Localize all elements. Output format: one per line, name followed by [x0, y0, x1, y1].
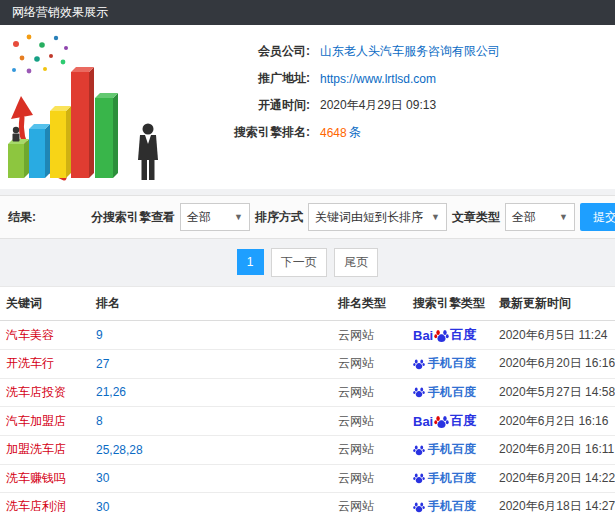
info-row-company: 会员公司: 山东老人头汽车服务咨询有限公司: [190, 38, 500, 65]
rank-cell[interactable]: 9: [90, 321, 332, 350]
results-table: 关键词 排名 排名类型 搜索引擎类型 最新更新时间 汽车美容 9 云网站 Bai…: [0, 286, 615, 520]
mobile-baidu-paw-icon: [413, 386, 425, 398]
baidu-logo: Bai百度: [413, 412, 476, 430]
page-1-button[interactable]: 1: [237, 249, 264, 275]
engine-cell: 手机百度: [407, 493, 493, 520]
table-row: 汽车美容 9 云网站 Bai百度 2020年6月5日 11:24: [0, 321, 615, 350]
engine-filter-label: 分搜索引擎查看: [91, 209, 175, 226]
rank-type-cell: 云网站: [332, 407, 407, 436]
update-time-cell: 2020年6月18日 14:27: [493, 493, 615, 520]
table-row: 开洗车行 27 云网站 手机百度 2020年6月20日 16:16: [0, 350, 615, 379]
mobile-baidu-paw-icon: [413, 472, 425, 484]
mobile-baidu-badge: 手机百度: [413, 470, 476, 487]
promotion-url-label: 推广地址:: [190, 70, 310, 87]
mobile-baidu-paw-icon: [413, 444, 425, 456]
chevron-down-icon: ▼: [234, 212, 243, 222]
filter-bar: 结果: 分搜索引擎查看 全部 ▼ 排序方式 关键词由短到长排序 ▼ 文章类型 全…: [0, 195, 615, 239]
article-type-filter-value: 全部: [512, 209, 536, 226]
table-row: 加盟洗车店 25,28,28 云网站 手机百度 2020年6月20日 16:11: [0, 436, 615, 465]
app-header: 网络营销效果展示: [0, 0, 615, 25]
mobile-baidu-paw-icon: [413, 358, 425, 370]
company-link[interactable]: 山东老人头汽车服务咨询有限公司: [320, 43, 500, 60]
table-row: 洗车店投资 21,26 云网站 手机百度 2020年5月27日 14:58: [0, 378, 615, 407]
sort-filter-select[interactable]: 关键词由短到长排序 ▼: [308, 203, 447, 231]
keyword-cell[interactable]: 洗车店投资: [0, 378, 90, 407]
baidu-paw-icon: [434, 414, 449, 429]
rank-cell[interactable]: 21,26: [90, 378, 332, 407]
mobile-baidu-badge: 手机百度: [413, 355, 476, 372]
info-panel: 会员公司: 山东老人头汽车服务咨询有限公司 推广地址: https://www.…: [0, 25, 615, 189]
filter-controls: 分搜索引擎查看 全部 ▼ 排序方式 关键词由短到长排序 ▼ 文章类型 全部 ▼ …: [91, 203, 615, 231]
update-time-cell: 2020年5月27日 14:58: [493, 378, 615, 407]
pagination: 1 下一页 尾页: [0, 239, 615, 286]
result-label: 结果:: [8, 209, 36, 226]
table-header-row: 关键词 排名 排名类型 搜索引擎类型 最新更新时间: [0, 287, 615, 321]
rank-type-cell: 云网站: [332, 464, 407, 493]
keyword-cell[interactable]: 开洗车行: [0, 350, 90, 379]
engine-cell: Bai百度: [407, 407, 493, 436]
info-row-open-time: 开通时间: 2020年4月29日 09:13: [190, 92, 500, 119]
mobile-baidu-label: 手机百度: [428, 441, 476, 458]
col-header-keyword: 关键词: [0, 287, 90, 321]
engine-cell: 手机百度: [407, 436, 493, 465]
mobile-baidu-label: 手机百度: [428, 470, 476, 487]
member-info: 会员公司: 山东老人头汽车服务咨询有限公司 推广地址: https://www.…: [190, 28, 500, 187]
mobile-baidu-badge: 手机百度: [413, 384, 476, 401]
rank-type-cell: 云网站: [332, 378, 407, 407]
promotion-url-link[interactable]: https://www.lrtlsd.com: [320, 72, 436, 86]
update-time-cell: 2020年6月5日 11:24: [493, 321, 615, 350]
sort-filter-label: 排序方式: [255, 209, 303, 226]
page-title: 网络营销效果展示: [12, 5, 108, 19]
last-page-button[interactable]: 尾页: [334, 248, 378, 277]
rank-cell[interactable]: 27: [90, 350, 332, 379]
page: 网络营销效果展示: [0, 0, 615, 520]
engine-cell: Bai百度: [407, 321, 493, 350]
info-row-url: 推广地址: https://www.lrtlsd.com: [190, 65, 500, 92]
rank-cell[interactable]: 30: [90, 493, 332, 520]
sort-filter-value: 关键词由短到长排序: [315, 209, 423, 226]
baidu-logo-cn: 百度: [450, 412, 476, 430]
rank-cell[interactable]: 8: [90, 407, 332, 436]
company-label: 会员公司:: [190, 43, 310, 60]
engine-rank-count: 4648: [320, 126, 347, 140]
engine-filter-value: 全部: [187, 209, 211, 226]
next-page-button[interactable]: 下一页: [271, 248, 327, 277]
keyword-cell[interactable]: 汽车加盟店: [0, 407, 90, 436]
update-time-cell: 2020年6月20日 16:11: [493, 436, 615, 465]
chevron-down-icon: ▼: [559, 212, 568, 222]
keyword-cell[interactable]: 洗车赚钱吗: [0, 464, 90, 493]
mobile-baidu-paw-icon: [413, 501, 425, 513]
col-header-rank: 排名: [90, 287, 332, 321]
submit-button[interactable]: 提交: [580, 203, 615, 231]
update-time-cell: 2020年6月20日 16:16: [493, 350, 615, 379]
rank-type-cell: 云网站: [332, 350, 407, 379]
baidu-logo: Bai百度: [413, 326, 476, 344]
table-row: 汽车加盟店 8 云网站 Bai百度 2020年6月2日 16:16: [0, 407, 615, 436]
mobile-baidu-label: 手机百度: [428, 498, 476, 515]
article-type-filter-label: 文章类型: [452, 209, 500, 226]
keyword-cell[interactable]: 加盟洗车店: [0, 436, 90, 465]
rank-cell[interactable]: 30: [90, 464, 332, 493]
keyword-cell[interactable]: 汽车美容: [0, 321, 90, 350]
engine-cell: 手机百度: [407, 378, 493, 407]
col-header-update-time: 最新更新时间: [493, 287, 615, 321]
table-row: 洗车店利润 30 云网站 手机百度 2020年6月18日 14:27: [0, 493, 615, 520]
rank-cell[interactable]: 25,28,28: [90, 436, 332, 465]
engine-cell: 手机百度: [407, 350, 493, 379]
col-header-engine-type: 搜索引擎类型: [407, 287, 493, 321]
keyword-cell[interactable]: 洗车店利润: [0, 493, 90, 520]
rank-type-cell: 云网站: [332, 436, 407, 465]
table-row: 洗车赚钱吗 30 云网站 手机百度 2020年6月20日 14:22: [0, 464, 615, 493]
engine-cell: 手机百度: [407, 464, 493, 493]
rank-type-cell: 云网站: [332, 493, 407, 520]
mobile-baidu-label: 手机百度: [428, 355, 476, 372]
article-type-filter-select[interactable]: 全部 ▼: [505, 203, 575, 231]
chevron-down-icon: ▼: [431, 212, 440, 222]
engine-rank-unit: 条: [349, 124, 361, 141]
col-header-rank-type: 排名类型: [332, 287, 407, 321]
baidu-logo-cn: 百度: [450, 326, 476, 344]
engine-filter-select[interactable]: 全部 ▼: [180, 203, 250, 231]
open-time-label: 开通时间:: [190, 97, 310, 114]
engine-rank-label: 搜索引擎排名:: [190, 124, 310, 141]
info-row-rank: 搜索引擎排名: 4648 条: [190, 119, 500, 146]
